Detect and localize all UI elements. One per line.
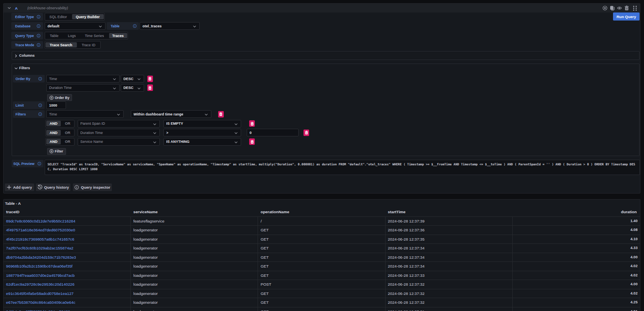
query-type-option-logs[interactable]: Logs [64,32,80,39]
record-query-button[interactable] [603,6,607,10]
query-type-option-traces[interactable]: Traces [109,33,127,38]
cell-traceID[interactable]: 96968b10fa2b2c1590bc67dea06ef35f [4,262,131,271]
condition-2-or-option[interactable]: OR [61,138,74,145]
order-by-0-field-select[interactable]: Time [46,75,120,82]
order-by-1-field-select[interactable]: Duration Time [46,84,120,92]
condition-1-or-option[interactable]: OR [61,129,74,136]
database-info-icon-wrap[interactable] [35,24,41,28]
chevron-down-icon-wrap[interactable] [14,66,18,70]
query-history-button[interactable]: Query history [36,183,70,191]
cell-duration: 4.08 [513,226,640,235]
query-type-label-text: Query Type [15,34,34,38]
condition-2-operator-select[interactable]: IS ANYTHING [163,138,241,146]
filter-time-field-select[interactable]: Time [46,110,124,118]
column-header-serviceName[interactable]: serviceName [131,208,258,216]
trace-mode-option-trace-id[interactable]: Trace ID [77,41,100,48]
query-type-option-time-series[interactable]: Time Series [80,32,109,39]
condition-0-field-select[interactable]: Parent Span ID [78,120,160,128]
condition-0-remove-button[interactable] [249,120,255,127]
trash-icon [305,131,308,134]
editor-type-info-icon-wrap[interactable] [35,15,41,19]
condition-0-or-option[interactable]: OR [61,120,74,127]
cell-traceID[interactable]: 89dc7e8c6060c0d12de7e9b50c216284 [4,217,131,226]
condition-2-field-select[interactable]: Service Name [78,138,160,146]
duplicate-query-button[interactable] [610,6,615,10]
condition-1-value-input[interactable]: 0 [247,129,299,136]
condition-0-and-option[interactable]: AND [46,121,61,126]
cell-serviceName: loadgenerator [131,307,258,311]
drag-query-handle[interactable] [633,6,637,11]
trace-mode-info-icon-wrap[interactable] [35,43,41,47]
filters-info-icon-wrap[interactable] [37,112,42,116]
cell-operationName: GET [258,253,385,262]
run-query-button[interactable]: Run Query [613,12,640,21]
columns-section[interactable]: Columns [12,51,640,60]
condition-2-and-option[interactable]: AND [46,139,61,144]
editor-type-label: Editor Type [11,13,43,21]
chevron-down-icon [138,87,140,89]
table-row: 89dc7e8c6060c0d12de7e9b50c216284 feature… [4,216,640,226]
table-row: e67ee7b53870d4c864ca50409ca0e64c loadgen… [4,298,640,307]
cell-traceID[interactable]: db9704a2bbda34204d159c71b78283e3 [4,253,131,262]
order-by-0-direction-select[interactable]: DESC [121,75,144,82]
filters-label: Filters [13,110,45,118]
order-by-info-icon-wrap[interactable] [37,77,42,81]
query-type-option-table[interactable]: Table [45,32,64,39]
order-by-0-remove-button[interactable] [147,76,153,82]
filter-time-range-select[interactable]: Within dashboard time range [131,110,211,118]
trace-mode-radio-group: Trace Search Trace ID [45,41,101,49]
condition-0-operator-select-value: IS EMPTY [166,122,183,126]
table-info-icon-wrap[interactable] [131,24,137,28]
condition-1-field-select[interactable]: Duration Time [78,129,160,136]
condition-1-operator-select[interactable]: > [163,129,241,136]
editor-type-option-sql-editor[interactable]: SQL Editor [45,13,72,20]
cell-traceID[interactable]: 4f497571a618e364ed7ded60752030e0 [4,226,131,235]
hide-query-button[interactable] [617,6,622,10]
cell-serviceName: loadgenerator [131,235,258,244]
circle-plus-icon [50,149,54,153]
query-type-info-icon-wrap[interactable] [35,34,41,38]
editor-type-option-query-builder[interactable]: Query Builder [72,14,104,19]
condition-1-and-option[interactable]: AND [46,130,61,136]
order-by-0-field-select-value: Time [49,77,57,81]
table-panel-title[interactable]: Table - A [5,201,21,206]
add-order-by-button[interactable]: Order By [47,94,72,101]
table-select[interactable]: otel_traces [140,22,200,30]
filter-time-remove-button[interactable] [218,111,224,117]
query-inspector-button[interactable]: Query inspector [73,183,112,191]
table-select-value: otel_traces [142,24,162,28]
cell-traceID[interactable]: 62df1ec9a29728c9e29536c20d140226 [4,280,131,289]
cell-traceID[interactable]: 0d1b4c9ae67f53870d4c864ca50409ca [4,307,131,311]
filters-section-title: Filters [19,66,30,70]
cell-serviceName: loadgenerator [131,271,258,280]
column-header-duration[interactable]: duration [513,208,640,216]
column-header-startTime[interactable]: startTime [386,208,513,216]
order-by-1-remove-button[interactable] [147,84,153,91]
remove-query-button[interactable] [624,6,629,10]
limit-info-icon-wrap[interactable] [37,103,42,107]
cell-traceID[interactable]: e67ee7b53870d4c864ca50409ca0e64c [4,298,131,307]
condition-1-remove-button[interactable] [303,130,309,136]
cell-operationName: GET [258,244,385,253]
cell-traceID[interactable]: 1887794f7eaa6037d0e2a4579bcd7acb [4,271,131,280]
database-select[interactable]: default [45,22,105,30]
add-query-button[interactable]: Add query [5,183,34,191]
column-header-operationName[interactable]: operationName [258,208,385,216]
trace-mode-option-trace-search[interactable]: Trace Search [45,42,77,47]
cell-traceID[interactable]: 7a2f07ecf63c60b1029ab2ac155874a2 [4,244,131,253]
add-filter-button[interactable]: Filter [47,148,66,155]
condition-2-remove-button[interactable] [249,138,255,145]
cell-traceID[interactable]: 4f45c21918c73698057a8b1c741657c6 [4,235,131,244]
query-collapse-toggle[interactable] [7,6,11,10]
query-row-header[interactable]: A (clickhouse-observability) [4,4,640,12]
condition-1-value: 0 [250,131,252,135]
order-by-1-direction-select[interactable]: DESC [121,84,144,92]
database-label-text: Database [15,24,31,28]
column-header-traceID[interactable]: traceID [4,208,131,216]
order-by-0-direction-select-value: DESC [124,77,134,81]
cell-duration: 4.02 [513,289,640,298]
cell-traceID[interactable]: e91c3645f04fa5e58adcd0758e1ea127 [4,289,131,298]
sql-preview-info-icon-wrap[interactable] [36,162,41,166]
limit-input[interactable]: 1000 [46,101,66,109]
condition-0-operator-select[interactable]: IS EMPTY [163,120,241,128]
